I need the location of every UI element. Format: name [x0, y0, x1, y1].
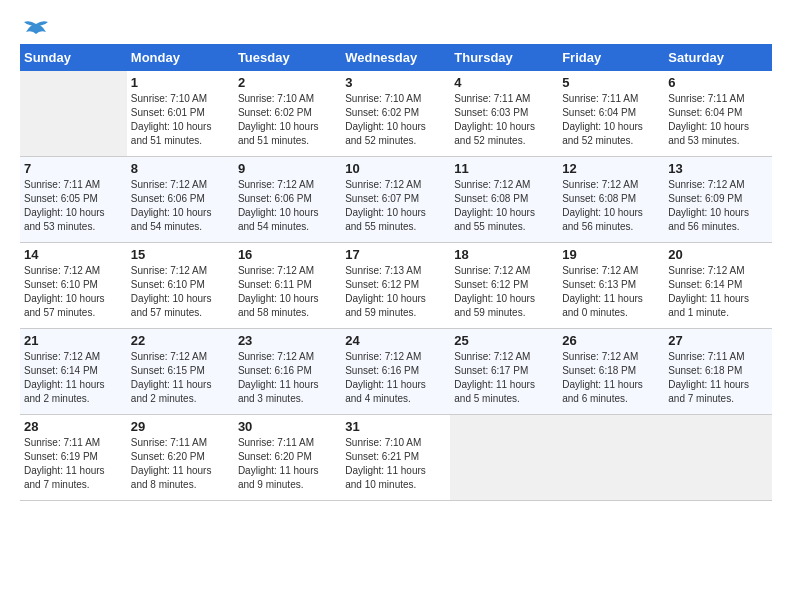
day-info: Sunrise: 7:12 AM Sunset: 6:18 PM Dayligh… — [562, 350, 660, 406]
calendar-cell: 23Sunrise: 7:12 AM Sunset: 6:16 PM Dayli… — [234, 329, 341, 415]
calendar-week-row: 7Sunrise: 7:11 AM Sunset: 6:05 PM Daylig… — [20, 157, 772, 243]
weekday-header-row: SundayMondayTuesdayWednesdayThursdayFrid… — [20, 44, 772, 71]
day-info: Sunrise: 7:12 AM Sunset: 6:14 PM Dayligh… — [668, 264, 768, 320]
day-info: Sunrise: 7:10 AM Sunset: 6:02 PM Dayligh… — [238, 92, 337, 148]
day-info: Sunrise: 7:12 AM Sunset: 6:15 PM Dayligh… — [131, 350, 230, 406]
day-number: 15 — [131, 247, 230, 262]
day-number: 16 — [238, 247, 337, 262]
day-number: 27 — [668, 333, 768, 348]
day-info: Sunrise: 7:12 AM Sunset: 6:12 PM Dayligh… — [454, 264, 554, 320]
calendar-cell: 25Sunrise: 7:12 AM Sunset: 6:17 PM Dayli… — [450, 329, 558, 415]
page-header — [20, 20, 772, 34]
day-info: Sunrise: 7:12 AM Sunset: 6:06 PM Dayligh… — [131, 178, 230, 234]
day-number: 8 — [131, 161, 230, 176]
day-info: Sunrise: 7:12 AM Sunset: 6:08 PM Dayligh… — [454, 178, 554, 234]
logo — [20, 20, 50, 34]
calendar-cell: 30Sunrise: 7:11 AM Sunset: 6:20 PM Dayli… — [234, 415, 341, 501]
weekday-header-monday: Monday — [127, 44, 234, 71]
day-info: Sunrise: 7:11 AM Sunset: 6:04 PM Dayligh… — [562, 92, 660, 148]
calendar-cell: 12Sunrise: 7:12 AM Sunset: 6:08 PM Dayli… — [558, 157, 664, 243]
day-info: Sunrise: 7:12 AM Sunset: 6:16 PM Dayligh… — [238, 350, 337, 406]
day-number: 20 — [668, 247, 768, 262]
day-info: Sunrise: 7:12 AM Sunset: 6:17 PM Dayligh… — [454, 350, 554, 406]
calendar-cell: 24Sunrise: 7:12 AM Sunset: 6:16 PM Dayli… — [341, 329, 450, 415]
day-number: 3 — [345, 75, 446, 90]
day-number: 18 — [454, 247, 554, 262]
day-number: 26 — [562, 333, 660, 348]
calendar-cell: 3Sunrise: 7:10 AM Sunset: 6:02 PM Daylig… — [341, 71, 450, 157]
calendar-cell: 21Sunrise: 7:12 AM Sunset: 6:14 PM Dayli… — [20, 329, 127, 415]
day-number: 6 — [668, 75, 768, 90]
day-number: 14 — [24, 247, 123, 262]
day-number: 5 — [562, 75, 660, 90]
day-info: Sunrise: 7:12 AM Sunset: 6:13 PM Dayligh… — [562, 264, 660, 320]
day-number: 13 — [668, 161, 768, 176]
calendar-cell — [450, 415, 558, 501]
day-number: 30 — [238, 419, 337, 434]
day-info: Sunrise: 7:11 AM Sunset: 6:20 PM Dayligh… — [238, 436, 337, 492]
day-number: 17 — [345, 247, 446, 262]
day-number: 29 — [131, 419, 230, 434]
day-number: 25 — [454, 333, 554, 348]
weekday-header-tuesday: Tuesday — [234, 44, 341, 71]
day-info: Sunrise: 7:11 AM Sunset: 6:04 PM Dayligh… — [668, 92, 768, 148]
logo-bird-icon — [22, 20, 50, 42]
day-info: Sunrise: 7:13 AM Sunset: 6:12 PM Dayligh… — [345, 264, 446, 320]
day-number: 11 — [454, 161, 554, 176]
day-number: 1 — [131, 75, 230, 90]
day-number: 21 — [24, 333, 123, 348]
calendar-cell: 17Sunrise: 7:13 AM Sunset: 6:12 PM Dayli… — [341, 243, 450, 329]
calendar-week-row: 21Sunrise: 7:12 AM Sunset: 6:14 PM Dayli… — [20, 329, 772, 415]
calendar-cell: 29Sunrise: 7:11 AM Sunset: 6:20 PM Dayli… — [127, 415, 234, 501]
calendar-cell: 4Sunrise: 7:11 AM Sunset: 6:03 PM Daylig… — [450, 71, 558, 157]
calendar-cell: 27Sunrise: 7:11 AM Sunset: 6:18 PM Dayli… — [664, 329, 772, 415]
day-info: Sunrise: 7:11 AM Sunset: 6:05 PM Dayligh… — [24, 178, 123, 234]
calendar-cell: 7Sunrise: 7:11 AM Sunset: 6:05 PM Daylig… — [20, 157, 127, 243]
day-info: Sunrise: 7:11 AM Sunset: 6:19 PM Dayligh… — [24, 436, 123, 492]
day-number: 2 — [238, 75, 337, 90]
calendar-cell: 19Sunrise: 7:12 AM Sunset: 6:13 PM Dayli… — [558, 243, 664, 329]
day-number: 24 — [345, 333, 446, 348]
calendar-cell: 14Sunrise: 7:12 AM Sunset: 6:10 PM Dayli… — [20, 243, 127, 329]
calendar-cell: 15Sunrise: 7:12 AM Sunset: 6:10 PM Dayli… — [127, 243, 234, 329]
day-info: Sunrise: 7:12 AM Sunset: 6:11 PM Dayligh… — [238, 264, 337, 320]
calendar-cell — [20, 71, 127, 157]
calendar-cell — [664, 415, 772, 501]
calendar-cell: 13Sunrise: 7:12 AM Sunset: 6:09 PM Dayli… — [664, 157, 772, 243]
calendar-cell: 5Sunrise: 7:11 AM Sunset: 6:04 PM Daylig… — [558, 71, 664, 157]
calendar-cell: 2Sunrise: 7:10 AM Sunset: 6:02 PM Daylig… — [234, 71, 341, 157]
day-number: 4 — [454, 75, 554, 90]
calendar-cell: 31Sunrise: 7:10 AM Sunset: 6:21 PM Dayli… — [341, 415, 450, 501]
calendar-cell: 18Sunrise: 7:12 AM Sunset: 6:12 PM Dayli… — [450, 243, 558, 329]
day-info: Sunrise: 7:10 AM Sunset: 6:02 PM Dayligh… — [345, 92, 446, 148]
calendar-cell: 26Sunrise: 7:12 AM Sunset: 6:18 PM Dayli… — [558, 329, 664, 415]
day-info: Sunrise: 7:12 AM Sunset: 6:07 PM Dayligh… — [345, 178, 446, 234]
day-info: Sunrise: 7:12 AM Sunset: 6:06 PM Dayligh… — [238, 178, 337, 234]
calendar-cell: 6Sunrise: 7:11 AM Sunset: 6:04 PM Daylig… — [664, 71, 772, 157]
calendar-table: SundayMondayTuesdayWednesdayThursdayFrid… — [20, 44, 772, 501]
calendar-week-row: 28Sunrise: 7:11 AM Sunset: 6:19 PM Dayli… — [20, 415, 772, 501]
calendar-cell — [558, 415, 664, 501]
weekday-header-wednesday: Wednesday — [341, 44, 450, 71]
calendar-cell: 1Sunrise: 7:10 AM Sunset: 6:01 PM Daylig… — [127, 71, 234, 157]
day-info: Sunrise: 7:11 AM Sunset: 6:18 PM Dayligh… — [668, 350, 768, 406]
calendar-cell: 20Sunrise: 7:12 AM Sunset: 6:14 PM Dayli… — [664, 243, 772, 329]
day-number: 10 — [345, 161, 446, 176]
weekday-header-sunday: Sunday — [20, 44, 127, 71]
calendar-cell: 11Sunrise: 7:12 AM Sunset: 6:08 PM Dayli… — [450, 157, 558, 243]
weekday-header-saturday: Saturday — [664, 44, 772, 71]
calendar-cell: 28Sunrise: 7:11 AM Sunset: 6:19 PM Dayli… — [20, 415, 127, 501]
day-info: Sunrise: 7:10 AM Sunset: 6:01 PM Dayligh… — [131, 92, 230, 148]
calendar-cell: 10Sunrise: 7:12 AM Sunset: 6:07 PM Dayli… — [341, 157, 450, 243]
day-number: 31 — [345, 419, 446, 434]
day-info: Sunrise: 7:12 AM Sunset: 6:10 PM Dayligh… — [24, 264, 123, 320]
weekday-header-thursday: Thursday — [450, 44, 558, 71]
day-number: 7 — [24, 161, 123, 176]
calendar-week-row: 1Sunrise: 7:10 AM Sunset: 6:01 PM Daylig… — [20, 71, 772, 157]
day-info: Sunrise: 7:12 AM Sunset: 6:16 PM Dayligh… — [345, 350, 446, 406]
day-number: 12 — [562, 161, 660, 176]
calendar-cell: 8Sunrise: 7:12 AM Sunset: 6:06 PM Daylig… — [127, 157, 234, 243]
day-number: 19 — [562, 247, 660, 262]
day-info: Sunrise: 7:12 AM Sunset: 6:14 PM Dayligh… — [24, 350, 123, 406]
day-info: Sunrise: 7:11 AM Sunset: 6:20 PM Dayligh… — [131, 436, 230, 492]
